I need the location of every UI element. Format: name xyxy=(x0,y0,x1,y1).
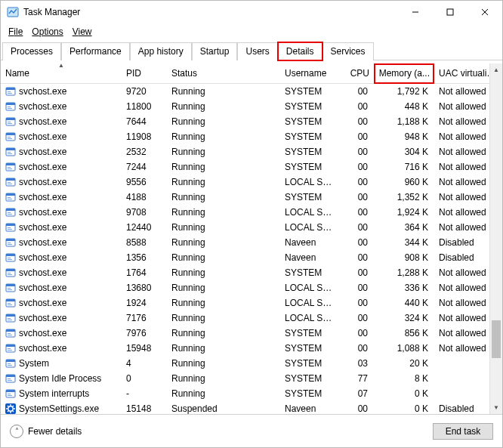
tab-app-history[interactable]: App history xyxy=(130,42,192,60)
table-row[interactable]: svchost.exe1356RunningNaveen00908 KDisab… xyxy=(1,250,502,265)
scroll-track[interactable] xyxy=(490,76,502,401)
table-row[interactable]: svchost.exe12440RunningLOCAL SE...00364 … xyxy=(1,220,502,235)
table-row[interactable]: svchost.exe7976RunningSYSTEM00856 KNot a… xyxy=(1,326,502,341)
table-row[interactable]: svchost.exe11800RunningSYSTEM00448 KNot … xyxy=(1,99,502,114)
process-icon xyxy=(5,388,16,399)
table-row[interactable]: svchost.exe9556RunningLOCAL SE...00960 K… xyxy=(1,175,502,190)
process-username: SYSTEM xyxy=(280,326,341,341)
tab-startup[interactable]: Startup xyxy=(192,42,238,60)
sort-asc-icon: ▲ xyxy=(58,63,64,69)
process-username: SYSTEM xyxy=(280,129,341,144)
process-username: LOCAL SE... xyxy=(280,205,341,220)
table-row[interactable]: svchost.exe4188RunningSYSTEM001,352 KNot… xyxy=(1,190,502,205)
svg-rect-32 xyxy=(8,184,12,184)
svg-rect-18 xyxy=(6,133,15,135)
process-name: svchost.exe xyxy=(19,192,66,202)
process-pid: 0 xyxy=(122,371,167,386)
svg-rect-47 xyxy=(8,243,11,243)
svg-rect-50 xyxy=(6,254,15,256)
table-row[interactable]: System4RunningSYSTEM0320 K xyxy=(1,356,502,371)
svg-rect-56 xyxy=(8,274,12,275)
table-row[interactable]: svchost.exe7244RunningSYSTEM00716 KNot a… xyxy=(1,159,502,175)
minimize-button[interactable] xyxy=(398,1,433,23)
table-row[interactable]: svchost.exe15948RunningSYSTEM001,088 KNo… xyxy=(1,341,502,356)
column-header-username[interactable]: Username xyxy=(280,63,341,84)
table-row[interactable]: svchost.exe1924RunningLOCAL SE...00440 K… xyxy=(1,295,502,311)
svg-rect-7 xyxy=(8,91,11,92)
process-cpu: 00 xyxy=(341,311,374,326)
svg-rect-27 xyxy=(8,167,11,168)
svg-rect-23 xyxy=(8,152,11,153)
column-header-pid[interactable]: PID xyxy=(122,63,167,84)
svg-rect-84 xyxy=(8,380,12,381)
process-status: Running xyxy=(167,265,280,280)
column-header-cpu[interactable]: CPU xyxy=(341,63,374,84)
process-memory: 0 K xyxy=(374,386,434,401)
column-header-status[interactable]: Status xyxy=(167,63,280,84)
table-row[interactable]: System Idle Process0RunningSYSTEM778 K xyxy=(1,371,502,386)
tab-performance[interactable]: Performance xyxy=(61,42,130,60)
scroll-up-icon[interactable]: ▲ xyxy=(490,63,502,76)
svg-rect-82 xyxy=(6,375,15,377)
svg-rect-66 xyxy=(6,314,15,317)
svg-rect-35 xyxy=(8,197,11,198)
fewer-details-button[interactable]: ˄ Fewer details xyxy=(10,425,82,438)
svg-rect-87 xyxy=(8,394,11,394)
table-row[interactable]: svchost.exe7644RunningSYSTEM001,188 KNot… xyxy=(1,114,502,129)
column-header-name[interactable]: ▲Name xyxy=(1,63,122,84)
table-row[interactable]: svchost.exe7176RunningLOCAL SE...00324 K… xyxy=(1,311,502,326)
table-row[interactable]: svchost.exe11908RunningSYSTEM00948 KNot … xyxy=(1,129,502,144)
table-row[interactable]: svchost.exe2532RunningSYSTEM00304 KNot a… xyxy=(1,144,502,159)
table-row[interactable]: svchost.exe8588RunningNaveen00344 KDisab… xyxy=(1,235,502,250)
tab-users[interactable]: Users xyxy=(237,42,277,60)
column-header-memory[interactable]: Memory (a... xyxy=(374,63,434,84)
maximize-button[interactable] xyxy=(433,1,468,23)
menu-options[interactable]: Options xyxy=(27,25,67,39)
scroll-thumb[interactable] xyxy=(492,320,501,358)
svg-rect-79 xyxy=(8,363,11,364)
menu-file[interactable]: File xyxy=(4,25,27,39)
process-username: Naveen xyxy=(280,235,341,250)
close-button[interactable] xyxy=(468,1,502,23)
process-cpu: 00 xyxy=(341,190,374,205)
svg-rect-54 xyxy=(6,269,15,271)
svg-rect-43 xyxy=(8,227,11,228)
svg-rect-75 xyxy=(8,348,11,349)
process-name: svchost.exe xyxy=(19,252,66,263)
process-icon xyxy=(5,283,16,293)
tab-services[interactable]: Services xyxy=(322,42,374,60)
scroll-down-icon[interactable]: ▼ xyxy=(490,401,502,414)
table-row[interactable]: svchost.exe13680RunningLOCAL SE...00336 … xyxy=(1,280,502,295)
menu-view[interactable]: View xyxy=(68,25,97,39)
svg-rect-22 xyxy=(6,148,15,150)
svg-rect-31 xyxy=(8,182,11,183)
end-task-button[interactable]: End task xyxy=(433,423,493,440)
process-username: LOCAL SE... xyxy=(280,280,341,295)
process-name: svchost.exe xyxy=(19,131,66,142)
svg-rect-72 xyxy=(8,335,12,335)
tab-details[interactable]: Details xyxy=(278,42,322,60)
process-memory: 716 K xyxy=(374,159,434,175)
table-row[interactable]: SystemSettings.exe15148SuspendedNaveen00… xyxy=(1,401,502,414)
svg-rect-28 xyxy=(8,168,12,169)
table-row[interactable]: svchost.exe9720RunningSYSTEM001,792 KNot… xyxy=(1,84,502,100)
process-memory: 448 K xyxy=(374,99,434,114)
process-username: SYSTEM xyxy=(280,341,341,356)
process-name: System Idle Process xyxy=(19,373,101,384)
table-row[interactable]: svchost.exe1764RunningSYSTEM001,288 KNot… xyxy=(1,265,502,280)
table-row[interactable]: svchost.exe9708RunningLOCAL SE...001,924… xyxy=(1,205,502,220)
process-pid: 15948 xyxy=(122,341,167,356)
process-cpu: 00 xyxy=(341,205,374,220)
menubar: File Options View xyxy=(1,23,502,40)
vertical-scrollbar[interactable]: ▲ ▼ xyxy=(489,63,502,414)
process-status: Suspended xyxy=(167,401,280,414)
svg-rect-34 xyxy=(6,193,15,196)
table-row[interactable]: System interrupts-RunningSYSTEM070 K xyxy=(1,386,502,401)
tab-processes[interactable]: Processes xyxy=(2,42,61,60)
process-name: svchost.exe xyxy=(19,237,66,248)
process-memory: 856 K xyxy=(374,326,434,341)
process-name: svchost.exe xyxy=(19,207,66,218)
svg-rect-26 xyxy=(6,163,15,165)
svg-line-98 xyxy=(8,411,8,412)
process-icon xyxy=(5,222,16,233)
